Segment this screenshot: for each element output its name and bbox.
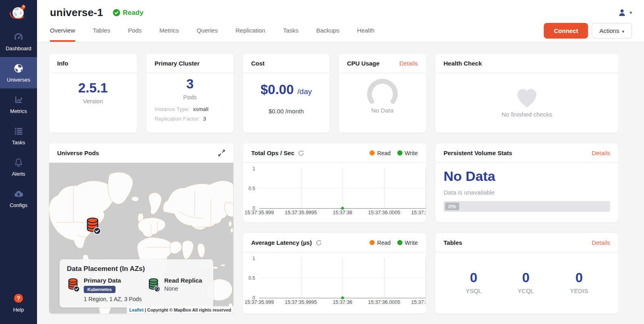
write-dot-icon bbox=[397, 150, 402, 156]
sidebar-item-metrics[interactable]: Metrics bbox=[0, 88, 37, 120]
data-placement-panel: Data Placement (In AZs) Primar bbox=[60, 259, 213, 308]
connect-button[interactable]: Connect bbox=[544, 23, 588, 39]
sidebar: Dashboard Universes Metrics Tasks bbox=[0, 0, 37, 324]
tables-card: Tables Details 0 YSQL 0 YCQL 0 YEDIS bbox=[436, 233, 618, 314]
legend-label: Read bbox=[377, 150, 390, 156]
cost-unit: /day bbox=[297, 87, 312, 96]
tab-queries[interactable]: Queries bbox=[196, 20, 218, 42]
kv-value: xsmall bbox=[193, 106, 208, 112]
x-axis-tick: 15:37:36.001 bbox=[411, 299, 426, 305]
status-text: Ready bbox=[123, 9, 143, 17]
chart-data-point bbox=[341, 207, 344, 210]
total-ops-chart-card: Total Ops / Sec Read Write bbox=[243, 144, 426, 222]
primary-data-map-marker[interactable] bbox=[85, 216, 101, 236]
status-check-icon bbox=[113, 9, 120, 16]
ycql-label: YCQL bbox=[518, 287, 534, 294]
kv-value: 3 bbox=[203, 116, 206, 122]
sidebar-item-universes[interactable]: Universes bbox=[0, 57, 37, 88]
expand-icon[interactable] bbox=[218, 149, 225, 157]
tab-replication[interactable]: Replication bbox=[235, 20, 265, 42]
read-replica-legend: Read Replica None bbox=[147, 277, 202, 302]
pvs-details-link[interactable]: Details bbox=[592, 150, 610, 156]
ycql-stat: 0 YCQL bbox=[518, 270, 534, 294]
read-dot-icon bbox=[369, 240, 375, 245]
ycql-count: 0 bbox=[518, 270, 534, 285]
tab-pods[interactable]: Pods bbox=[128, 20, 142, 42]
app-logo[interactable] bbox=[0, 0, 37, 26]
cost-per-month: $0.00 /month bbox=[243, 108, 329, 115]
x-axis-tick: 15:37:35.999 bbox=[245, 210, 274, 215]
sidebar-item-label: Metrics bbox=[10, 108, 27, 114]
ysql-count: 0 bbox=[466, 270, 482, 285]
chevron-down-icon: ▾ bbox=[630, 10, 632, 15]
legend-write: Write bbox=[397, 150, 418, 156]
y-axis-tick: 0.5 bbox=[243, 186, 255, 191]
health-empty-text: No finished checks bbox=[436, 111, 618, 118]
sidebar-item-label: Configs bbox=[10, 202, 27, 208]
sidebar-item-tasks[interactable]: Tasks bbox=[0, 120, 37, 151]
card-title: Universe Pods bbox=[57, 150, 99, 156]
page-title: universe-1 bbox=[50, 6, 103, 19]
average-latency-chart-card: Average Latency (µs) Read Write bbox=[243, 233, 426, 314]
chart-title: Average Latency (µs) bbox=[251, 239, 312, 246]
card-title: Primary Cluster bbox=[155, 60, 200, 67]
cpu-usage-card: CPU Usage Details No Data bbox=[339, 54, 426, 133]
x-axis-tick: 15:37:35.9995 bbox=[285, 210, 317, 215]
tab-health[interactable]: Health bbox=[357, 20, 374, 42]
refresh-icon[interactable] bbox=[298, 150, 304, 156]
x-axis-tick: 15:37:36.0005 bbox=[368, 210, 400, 215]
chart-title: Total Ops / Sec bbox=[251, 150, 294, 156]
chevron-down-icon: ▾ bbox=[622, 29, 624, 34]
tab-overview[interactable]: Overview bbox=[50, 20, 75, 42]
plot-area bbox=[259, 168, 426, 209]
status-badge: Ready bbox=[113, 9, 143, 17]
yedis-stat: 0 YEDIS bbox=[570, 270, 588, 294]
x-axis-tick: 15:37:36.001 bbox=[411, 210, 426, 215]
universes-globe-icon bbox=[13, 63, 24, 74]
y-axis-tick: 1 bbox=[243, 256, 255, 261]
pods-count: 3 bbox=[147, 76, 233, 92]
primary-data-label: Primary Data bbox=[84, 277, 142, 284]
actions-button[interactable]: Actions▾ bbox=[592, 23, 632, 39]
chart-plot: 1 0.5 0 bbox=[243, 166, 426, 209]
tables-details-link[interactable]: Details bbox=[592, 239, 610, 246]
tab-tasks[interactable]: Tasks bbox=[283, 20, 298, 42]
x-axis-tick: 15:37:36.0005 bbox=[368, 299, 400, 305]
chart-legend: Read Write bbox=[369, 240, 418, 246]
pvs-progress-badge: 0% bbox=[445, 203, 459, 210]
y-axis-tick: 1 bbox=[243, 166, 255, 172]
tasks-list-icon bbox=[13, 126, 24, 136]
read-replica-database-icon bbox=[147, 277, 160, 292]
metrics-chart-icon bbox=[13, 94, 24, 105]
card-title: Info bbox=[57, 60, 68, 67]
sidebar-item-configs[interactable]: Configs bbox=[0, 183, 37, 214]
kv-key: Replication Factor: bbox=[155, 116, 200, 122]
map-copyright: | Copyright © MapBox All rights reserved bbox=[145, 308, 231, 312]
refresh-icon[interactable] bbox=[316, 240, 322, 246]
card-title: Health Check bbox=[444, 60, 482, 67]
card-title: CPU Usage bbox=[347, 60, 380, 67]
cpu-details-link[interactable]: Details bbox=[399, 60, 418, 67]
tab-metrics[interactable]: Metrics bbox=[159, 20, 179, 42]
tab-tables[interactable]: Tables bbox=[93, 20, 110, 42]
heart-icon bbox=[512, 82, 542, 109]
world-map[interactable]: Data Placement (In AZs) Primar bbox=[49, 163, 233, 314]
sidebar-item-dashboard[interactable]: Dashboard bbox=[0, 26, 37, 57]
yedis-label: YEDIS bbox=[570, 287, 588, 294]
instance-type-row: Instance Type: xsmall bbox=[155, 106, 225, 112]
info-card: Info 2.5.1 Version bbox=[49, 54, 137, 133]
sidebar-item-alerts[interactable]: Alerts bbox=[0, 151, 37, 183]
primary-data-legend: Primary Data Kubernetes 1 Region, 1 AZ, … bbox=[67, 277, 147, 302]
primary-data-summary: 1 Region, 1 AZ, 3 Pods bbox=[84, 296, 142, 302]
legend-label: Read bbox=[377, 240, 390, 246]
leaflet-link[interactable]: Leaflet bbox=[129, 308, 143, 312]
primary-database-icon bbox=[67, 277, 80, 292]
sidebar-item-label: Dashboard bbox=[6, 45, 31, 51]
pvs-subtitle: Data is unavailable bbox=[444, 189, 610, 196]
sidebar-item-help[interactable]: ? Help bbox=[0, 287, 37, 318]
help-question-icon: ? bbox=[13, 293, 24, 303]
tab-backups[interactable]: Backups bbox=[316, 20, 340, 42]
card-title: Persistent Volume Stats bbox=[444, 150, 512, 156]
user-menu[interactable]: ▾ bbox=[617, 8, 632, 17]
chart-legend: Read Write bbox=[369, 150, 418, 156]
